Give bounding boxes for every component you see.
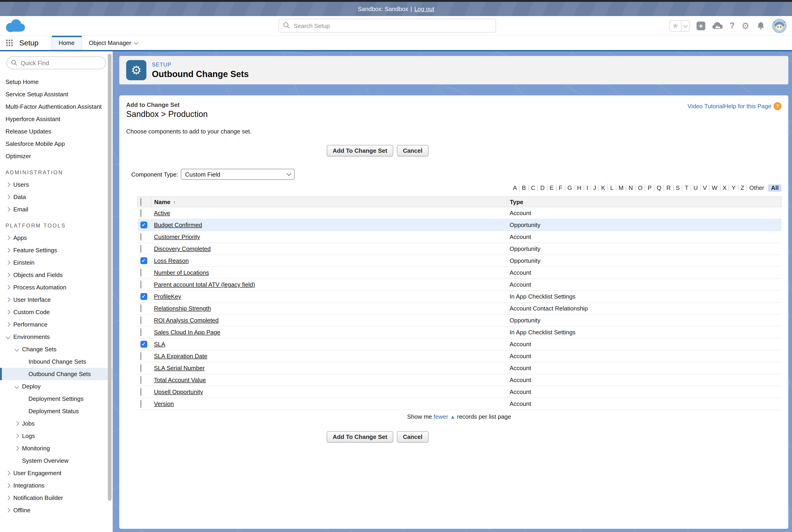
- cancel-button-top[interactable]: Cancel: [397, 145, 428, 156]
- search-setup-input[interactable]: [278, 19, 496, 33]
- alphabet-filter-t[interactable]: T: [683, 185, 691, 191]
- component-name-link[interactable]: SLA: [154, 341, 165, 348]
- component-name-link[interactable]: SLA Serial Number: [154, 365, 205, 372]
- sidebar-item-apps[interactable]: Apps: [0, 232, 112, 244]
- tab-home[interactable]: Home: [51, 36, 82, 50]
- component-name-link[interactable]: Parent account total ATV (legacy field): [154, 281, 255, 288]
- component-name-link[interactable]: Number of Locations: [154, 269, 209, 276]
- component-name-link[interactable]: Relationship Strength: [154, 305, 211, 312]
- alphabet-filter-other[interactable]: Other: [747, 185, 767, 191]
- sidebar-item-inbound-change-sets[interactable]: Inbound Change Sets: [0, 356, 112, 368]
- sidebar-item-user-interface[interactable]: User Interface: [0, 293, 112, 306]
- chevron-right-icon[interactable]: [5, 261, 10, 264]
- alphabet-filter-f[interactable]: F: [556, 185, 565, 191]
- user-avatar[interactable]: [772, 19, 787, 33]
- row-checkbox[interactable]: [140, 233, 141, 241]
- alphabet-filter-b[interactable]: B: [520, 185, 529, 191]
- component-name-link[interactable]: SLA Expiration Date: [154, 353, 207, 360]
- row-checkbox[interactable]: [140, 317, 141, 324]
- add-to-change-set-button-top[interactable]: Add To Change Set: [327, 145, 393, 156]
- component-name-link[interactable]: ROI Analysis Completed: [154, 317, 219, 324]
- sidebar-item-change-sets[interactable]: Change Sets: [0, 343, 112, 356]
- sidebar-item-offline[interactable]: Offline: [0, 504, 112, 516]
- alphabet-filter-m[interactable]: M: [616, 185, 626, 191]
- alphabet-filter-c[interactable]: C: [529, 185, 538, 191]
- alphabet-filter-g[interactable]: G: [565, 185, 575, 191]
- sidebar-item-outbound-change-sets[interactable]: Outbound Change Sets: [0, 368, 112, 380]
- sidebar-item-deploy[interactable]: Deploy: [0, 380, 112, 393]
- sidebar-scrollbar[interactable]: [108, 54, 111, 501]
- chevron-down-icon[interactable]: [14, 385, 19, 388]
- sidebar-item-feature-settings[interactable]: Feature Settings: [0, 244, 112, 256]
- select-all-checkbox[interactable]: [141, 198, 141, 206]
- alphabet-filter-n[interactable]: N: [626, 185, 636, 191]
- chevron-right-icon[interactable]: [14, 422, 19, 425]
- sidebar-item-hyperforce-assistant[interactable]: Hyperforce Assistant: [0, 113, 112, 125]
- sidebar-item-email[interactable]: Email: [0, 203, 112, 215]
- row-checkbox[interactable]: ✓: [140, 257, 147, 264]
- sidebar-item-deployment-status[interactable]: Deployment Status: [0, 405, 112, 417]
- sidebar-item-deployment-settings[interactable]: Deployment Settings: [0, 393, 112, 405]
- row-checkbox[interactable]: [140, 305, 141, 312]
- alphabet-filter-z[interactable]: Z: [738, 185, 747, 191]
- sidebar-item-jobs[interactable]: Jobs: [0, 417, 112, 430]
- alphabet-filter-d[interactable]: D: [538, 185, 548, 191]
- row-checkbox[interactable]: ✓: [140, 293, 147, 300]
- logout-link[interactable]: Log out: [415, 5, 434, 12]
- sidebar-item-system-overview[interactable]: System Overview: [0, 455, 112, 467]
- quick-find-input[interactable]: [6, 56, 106, 69]
- alphabet-filter-p[interactable]: P: [645, 185, 654, 191]
- sidebar-item-integrations[interactable]: Integrations: [0, 479, 112, 492]
- chevron-right-icon[interactable]: [5, 286, 10, 289]
- video-tutorial-link[interactable]: Video Tutorial: [687, 103, 724, 110]
- row-checkbox[interactable]: [140, 328, 141, 336]
- component-type-select[interactable]: Custom Field: [181, 169, 295, 180]
- sidebar-item-users[interactable]: Users: [0, 178, 112, 191]
- row-checkbox[interactable]: [140, 245, 141, 253]
- setup-gear-icon[interactable]: ⚙: [741, 21, 749, 30]
- alphabet-filter-x[interactable]: X: [720, 185, 729, 191]
- sidebar-item-monitoring[interactable]: Monitoring: [0, 442, 112, 455]
- sidebar-item-process-automation[interactable]: Process Automation: [0, 281, 112, 293]
- component-name-link[interactable]: Version: [154, 400, 174, 407]
- sidebar-item-multi-factor-authentication-assistant[interactable]: Multi-Factor Authentication Assistant: [0, 100, 112, 113]
- component-name-link[interactable]: Budget Confirmed: [154, 222, 202, 228]
- sidebar-item-objects-and-fields[interactable]: Objects and Fields: [0, 269, 112, 281]
- chevron-right-icon[interactable]: [5, 208, 10, 211]
- sidebar-item-environments[interactable]: Environments: [0, 331, 112, 343]
- alphabet-filter-y[interactable]: Y: [729, 185, 738, 191]
- alphabet-filter-q[interactable]: Q: [654, 185, 664, 191]
- row-checkbox[interactable]: [140, 269, 141, 277]
- quick-create-plus-icon[interactable]: +: [697, 21, 705, 30]
- row-checkbox[interactable]: [140, 352, 141, 360]
- sidebar-item-custom-code[interactable]: Custom Code: [0, 306, 112, 318]
- chevron-right-icon[interactable]: [5, 183, 10, 186]
- alphabet-filter-w[interactable]: W: [710, 185, 720, 191]
- row-checkbox[interactable]: [140, 364, 141, 372]
- row-checkbox[interactable]: ✓: [140, 222, 147, 228]
- chevron-right-icon[interactable]: [5, 310, 10, 314]
- component-name-link[interactable]: Discovery Completed: [154, 245, 210, 252]
- alphabet-filter-k[interactable]: K: [599, 185, 608, 191]
- chevron-right-icon[interactable]: [5, 298, 10, 301]
- alphabet-filter-a[interactable]: A: [511, 185, 520, 191]
- help-circle-icon[interactable]: ?: [774, 102, 781, 110]
- alphabet-filter-u[interactable]: U: [691, 185, 700, 191]
- component-name-link[interactable]: Total Account Value: [154, 377, 206, 383]
- row-checkbox[interactable]: [140, 400, 141, 408]
- row-checkbox[interactable]: [140, 388, 141, 396]
- sidebar-item-optimizer[interactable]: Optimizer: [0, 150, 112, 163]
- chevron-right-icon[interactable]: [5, 484, 10, 487]
- component-name-link[interactable]: Active: [154, 210, 170, 216]
- app-launcher-waffle-icon[interactable]: [0, 36, 18, 50]
- column-header-name[interactable]: Name↑: [151, 196, 507, 207]
- sidebar-item-setup-home[interactable]: Setup Home: [0, 76, 112, 88]
- chevron-right-icon[interactable]: [14, 447, 19, 450]
- chevron-right-icon[interactable]: [14, 434, 19, 438]
- chevron-down-icon[interactable]: [14, 348, 19, 351]
- add-to-change-set-button-bottom[interactable]: Add To Change Set: [327, 431, 393, 442]
- chevron-down-icon[interactable]: [5, 335, 10, 339]
- alphabet-filter-i[interactable]: I: [584, 185, 591, 191]
- sidebar-item-performance[interactable]: Performance: [0, 318, 112, 331]
- sidebar-item-service-setup-assistant[interactable]: Service Setup Assistant: [0, 88, 112, 100]
